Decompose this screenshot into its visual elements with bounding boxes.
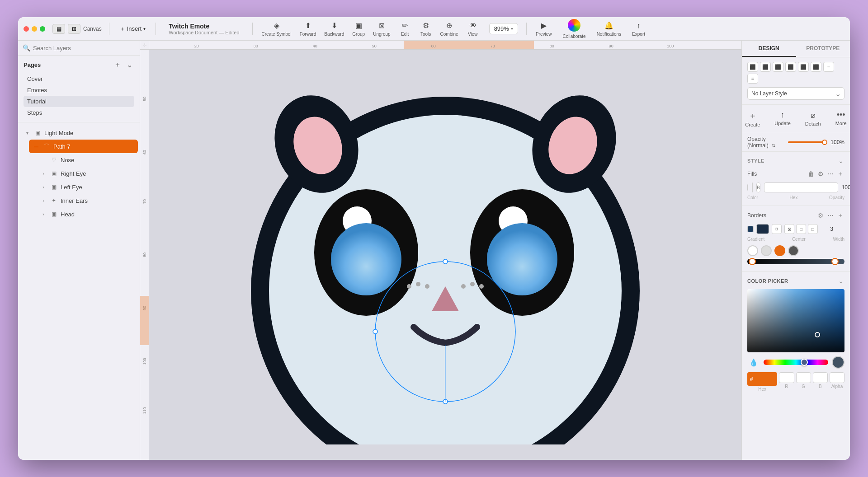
forward-button[interactable]: ⬆ Forward bbox=[296, 19, 320, 38]
insert-button[interactable]: ＋ Insert ▾ bbox=[115, 22, 151, 36]
fill-hex-input[interactable]: D8D8D8 bbox=[764, 182, 838, 192]
gradient-bar[interactable] bbox=[747, 259, 844, 264]
gradient-stop-dark[interactable] bbox=[788, 245, 799, 256]
export-button[interactable]: ↑ Export bbox=[628, 19, 649, 38]
hue-slider[interactable] bbox=[764, 360, 828, 365]
group-button[interactable]: ▣ Group bbox=[349, 19, 368, 38]
canvas-content[interactable] bbox=[149, 50, 741, 460]
tools-button[interactable]: ⚙ Tools bbox=[416, 19, 436, 38]
gradient-thumb-right[interactable] bbox=[831, 258, 839, 265]
layer-right-eye[interactable]: › ▣ Right Eye bbox=[36, 167, 138, 180]
ruler-left-50: 50 bbox=[142, 94, 147, 103]
preview-button[interactable]: ▶ Preview bbox=[532, 19, 556, 38]
fills-header: Fills 🗑 ⚙ ⋯ ＋ bbox=[747, 169, 844, 179]
page-tutorial[interactable]: Tutorial bbox=[24, 96, 134, 107]
create-button[interactable]: ＋ Create bbox=[741, 108, 764, 129]
create-symbol-button[interactable]: ◈ Create Symbol bbox=[258, 19, 295, 38]
align-bottom-btn[interactable]: ⬛ bbox=[811, 62, 821, 72]
color-swatch[interactable] bbox=[832, 356, 844, 369]
border-ctrl-3[interactable]: □ bbox=[808, 224, 818, 234]
tab-design[interactable]: DESIGN bbox=[742, 41, 796, 57]
layer-left-eye[interactable]: › ▣ Left Eye bbox=[36, 180, 138, 194]
style-header: STYLE ⌄ bbox=[747, 156, 844, 165]
grid-icon[interactable]: ⊞ bbox=[68, 24, 80, 34]
r-input[interactable]: 65 bbox=[779, 372, 794, 383]
border-ctrl-2[interactable]: □ bbox=[796, 224, 806, 234]
page-steps[interactable]: Steps bbox=[24, 107, 134, 118]
zoom-control[interactable]: 899% ▾ bbox=[489, 23, 518, 34]
fill-type-btn[interactable]: B bbox=[756, 182, 760, 192]
color-picker-collapse-btn[interactable]: ⌄ bbox=[837, 276, 844, 285]
fills-trash-btn[interactable]: 🗑 bbox=[807, 169, 815, 179]
borders-more-btn[interactable]: ⋯ bbox=[826, 210, 835, 220]
tab-prototype[interactable]: PROTOTYPE bbox=[796, 41, 850, 57]
align-right-btn[interactable]: ⬛ bbox=[773, 62, 783, 72]
layer-head-label: Head bbox=[61, 211, 134, 218]
layer-light-mode-label: Light Mode bbox=[44, 130, 134, 136]
edit-button[interactable]: ✏ Edit bbox=[395, 19, 415, 38]
b-input[interactable]: 99 bbox=[813, 372, 828, 383]
fill-checkbox[interactable] bbox=[747, 184, 748, 191]
eyedropper-btn[interactable]: 💧 bbox=[747, 357, 760, 368]
pages-menu-button[interactable]: ⌄ bbox=[125, 59, 134, 70]
distribute-h-btn[interactable]: ≡ bbox=[823, 62, 834, 72]
layer-path7[interactable]: — ⌒ Path 7 bbox=[29, 140, 138, 153]
fills-settings-btn[interactable]: ⚙ bbox=[817, 169, 825, 179]
minimize-button[interactable] bbox=[32, 26, 37, 32]
distribute-v-btn[interactable]: ≡ bbox=[747, 74, 758, 84]
ruler-left-80: 80 bbox=[142, 250, 147, 259]
align-middle-btn[interactable]: ⬛ bbox=[798, 62, 809, 72]
inner-ears-icon: ✦ bbox=[50, 196, 58, 205]
color-spectrum[interactable] bbox=[747, 289, 844, 352]
gradient-stop-gray[interactable] bbox=[761, 245, 772, 256]
backward-button[interactable]: ⬇ Backward bbox=[321, 19, 348, 38]
detach-button[interactable]: ⌀ Detach bbox=[802, 108, 825, 129]
borders-add-btn[interactable]: ＋ bbox=[836, 210, 844, 220]
fills-add-btn[interactable]: ＋ bbox=[836, 169, 844, 179]
combine-button[interactable]: ⊕ Combine bbox=[437, 19, 462, 38]
panel-tabs: DESIGN PROTOTYPE bbox=[742, 41, 850, 57]
more-icon: ••• bbox=[837, 110, 845, 120]
update-label: Update bbox=[774, 121, 790, 126]
maximize-button[interactable] bbox=[40, 26, 45, 32]
g-input[interactable]: 82 bbox=[796, 372, 811, 383]
collaborate-button[interactable]: Collaborate bbox=[559, 17, 589, 41]
search-input[interactable] bbox=[33, 45, 135, 51]
notifications-button[interactable]: 🔔 Notifications bbox=[593, 19, 625, 38]
layer-inner-ears[interactable]: › ✦ Inner Ears bbox=[36, 194, 138, 207]
border-color-preview[interactable] bbox=[756, 224, 769, 234]
gradient-stop-orange[interactable] bbox=[774, 245, 785, 256]
alpha-input[interactable]: 100 bbox=[830, 372, 844, 383]
update-button[interactable]: ↑ Update bbox=[771, 108, 794, 129]
view-button[interactable]: 👁 View bbox=[463, 19, 483, 38]
hex-label-cp: Hex bbox=[747, 387, 777, 392]
gradient-stop-white[interactable] bbox=[747, 245, 758, 256]
panel-icon[interactable]: ▤ bbox=[52, 24, 65, 34]
borders-label: Borders bbox=[747, 212, 766, 219]
border-type-btn[interactable]: B bbox=[772, 224, 782, 234]
borders-settings-btn[interactable]: ⚙ bbox=[817, 210, 825, 220]
fills-more-btn[interactable]: ⋯ bbox=[826, 169, 835, 179]
close-button[interactable] bbox=[24, 26, 29, 32]
align-center-btn[interactable]: ⬛ bbox=[760, 62, 771, 72]
layer-style-select[interactable]: No Layer Style bbox=[747, 87, 844, 100]
more-button[interactable]: ••• More bbox=[832, 108, 850, 129]
gradient-thumb-left[interactable] bbox=[749, 258, 756, 265]
layer-inner-ears-label: Inner Ears bbox=[61, 197, 134, 204]
border-ctrl-1[interactable]: ⊠ bbox=[784, 224, 794, 234]
add-page-button[interactable]: ＋ bbox=[112, 59, 123, 70]
layer-light-mode[interactable]: ▾ ▣ Light Mode bbox=[20, 126, 138, 140]
pages-header: Pages ＋ ⌄ bbox=[24, 59, 134, 70]
align-top-btn[interactable]: ⬛ bbox=[785, 62, 796, 72]
layer-head[interactable]: › ▣ Head bbox=[36, 207, 138, 221]
layer-nose[interactable]: ♡ Nose bbox=[36, 153, 138, 167]
page-emotes[interactable]: Emotes bbox=[24, 84, 134, 96]
align-left-btn[interactable]: ⬛ bbox=[747, 62, 758, 72]
page-cover[interactable]: Cover bbox=[24, 73, 134, 84]
opacity-slider[interactable] bbox=[788, 141, 825, 143]
hex-color-input[interactable]: 415263 bbox=[754, 374, 775, 384]
fill-color-preview[interactable] bbox=[752, 182, 753, 192]
border-checkbox[interactable] bbox=[747, 226, 754, 232]
ungroup-button[interactable]: ⊠ Ungroup bbox=[369, 19, 394, 38]
style-chevron[interactable]: ⌄ bbox=[837, 156, 844, 165]
